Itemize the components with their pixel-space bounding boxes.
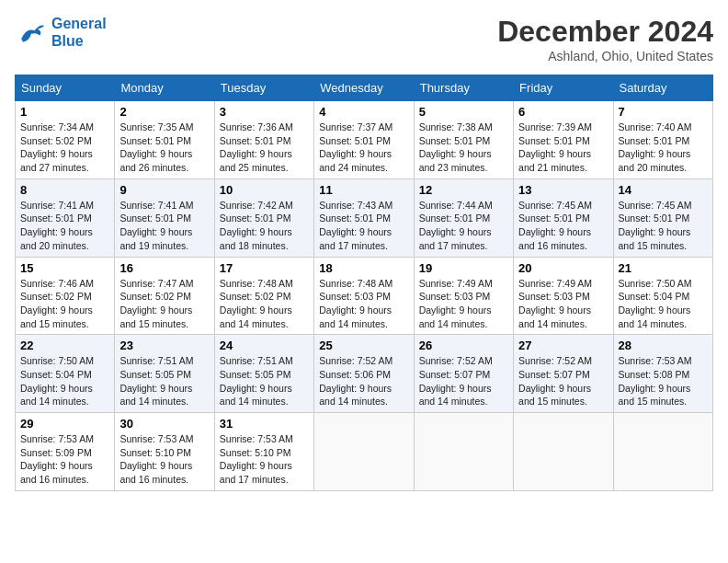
calendar-body: 1Sunrise: 7:34 AMSunset: 5:02 PMDaylight…	[16, 101, 713, 491]
day-number: 8	[20, 183, 109, 197]
day-info: Sunrise: 7:48 AMSunset: 5:03 PMDaylight:…	[319, 277, 408, 331]
day-info: Sunrise: 7:35 AMSunset: 5:01 PMDaylight:…	[119, 121, 209, 175]
calendar-cell: 12Sunrise: 7:44 AMSunset: 5:01 PMDayligh…	[414, 178, 513, 257]
calendar-cell: 22Sunrise: 7:50 AMSunset: 5:04 PMDayligh…	[16, 335, 115, 413]
day-info: Sunrise: 7:50 AMSunset: 5:04 PMDaylight:…	[20, 354, 109, 408]
day-info: Sunrise: 7:45 AMSunset: 5:01 PMDaylight:…	[619, 199, 708, 253]
day-number: 28	[619, 339, 708, 352]
logo-icon	[15, 16, 48, 49]
day-info: Sunrise: 7:41 AMSunset: 5:01 PMDaylight:…	[20, 199, 109, 253]
day-info: Sunrise: 7:52 AMSunset: 5:07 PMDaylight:…	[518, 354, 608, 408]
day-number: 6	[518, 105, 608, 119]
calendar-cell: 23Sunrise: 7:51 AMSunset: 5:05 PMDayligh…	[115, 335, 214, 413]
calendar-week-row: 1Sunrise: 7:34 AMSunset: 5:02 PMDaylight…	[16, 101, 713, 179]
calendar-cell: 25Sunrise: 7:52 AMSunset: 5:06 PMDayligh…	[314, 335, 414, 413]
day-number: 15	[20, 261, 109, 275]
day-number: 3	[220, 105, 309, 119]
day-number: 30	[119, 417, 209, 431]
calendar-cell: 10Sunrise: 7:42 AMSunset: 5:01 PMDayligh…	[214, 178, 313, 257]
calendar-cell: 30Sunrise: 7:53 AMSunset: 5:10 PMDayligh…	[115, 413, 214, 491]
calendar-week-row: 8Sunrise: 7:41 AMSunset: 5:01 PMDaylight…	[16, 178, 713, 257]
day-number: 13	[518, 183, 608, 197]
day-info: Sunrise: 7:37 AMSunset: 5:01 PMDaylight:…	[319, 121, 408, 175]
calendar-cell: 18Sunrise: 7:48 AMSunset: 5:03 PMDayligh…	[314, 257, 414, 335]
calendar-cell: 15Sunrise: 7:46 AMSunset: 5:02 PMDayligh…	[16, 257, 115, 335]
day-number: 10	[220, 183, 309, 197]
day-info: Sunrise: 7:44 AMSunset: 5:01 PMDaylight:…	[419, 199, 508, 253]
day-info: Sunrise: 7:43 AMSunset: 5:01 PMDaylight:…	[319, 199, 408, 253]
day-info: Sunrise: 7:53 AMSunset: 5:10 PMDaylight:…	[220, 432, 309, 487]
day-info: Sunrise: 7:52 AMSunset: 5:07 PMDaylight:…	[419, 354, 508, 408]
location-title: Ashland, Ohio, United States	[497, 49, 713, 63]
calendar-cell: 14Sunrise: 7:45 AMSunset: 5:01 PMDayligh…	[613, 178, 712, 257]
calendar-table: SundayMondayTuesdayWednesdayThursdayFrid…	[15, 75, 713, 491]
title-block: December 2024 Ashland, Ohio, United Stat…	[497, 15, 713, 63]
calendar-cell	[613, 413, 712, 491]
calendar-cell: 27Sunrise: 7:52 AMSunset: 5:07 PMDayligh…	[514, 335, 613, 413]
day-info: Sunrise: 7:46 AMSunset: 5:02 PMDaylight:…	[20, 277, 109, 331]
day-info: Sunrise: 7:42 AMSunset: 5:01 PMDaylight:…	[220, 199, 309, 253]
calendar-cell: 1Sunrise: 7:34 AMSunset: 5:02 PMDaylight…	[16, 101, 115, 179]
calendar-cell: 7Sunrise: 7:40 AMSunset: 5:01 PMDaylight…	[613, 101, 712, 179]
calendar-cell: 21Sunrise: 7:50 AMSunset: 5:04 PMDayligh…	[613, 257, 712, 335]
day-info: Sunrise: 7:53 AMSunset: 5:10 PMDaylight:…	[119, 432, 209, 487]
day-info: Sunrise: 7:51 AMSunset: 5:05 PMDaylight:…	[119, 354, 209, 408]
day-info: Sunrise: 7:52 AMSunset: 5:06 PMDaylight:…	[319, 354, 408, 408]
day-info: Sunrise: 7:36 AMSunset: 5:01 PMDaylight:…	[220, 121, 309, 175]
day-info: Sunrise: 7:48 AMSunset: 5:02 PMDaylight:…	[220, 277, 309, 331]
calendar-day-header: Sunday	[16, 75, 115, 101]
calendar-cell: 5Sunrise: 7:38 AMSunset: 5:01 PMDaylight…	[414, 101, 513, 179]
day-number: 21	[619, 261, 708, 275]
page-header: General Blue December 2024 Ashland, Ohio…	[15, 15, 713, 63]
day-number: 11	[319, 183, 408, 197]
month-title: December 2024	[497, 15, 713, 49]
logo-text: General Blue	[51, 15, 107, 50]
calendar-day-header: Monday	[115, 75, 214, 101]
calendar-day-header: Saturday	[613, 75, 712, 101]
calendar-cell: 29Sunrise: 7:53 AMSunset: 5:09 PMDayligh…	[16, 413, 115, 491]
calendar-cell: 16Sunrise: 7:47 AMSunset: 5:02 PMDayligh…	[115, 257, 214, 335]
day-info: Sunrise: 7:34 AMSunset: 5:02 PMDaylight:…	[20, 121, 109, 175]
calendar-cell: 28Sunrise: 7:53 AMSunset: 5:08 PMDayligh…	[613, 335, 712, 413]
calendar-cell: 19Sunrise: 7:49 AMSunset: 5:03 PMDayligh…	[414, 257, 513, 335]
day-info: Sunrise: 7:47 AMSunset: 5:02 PMDaylight:…	[119, 277, 209, 331]
day-info: Sunrise: 7:45 AMSunset: 5:01 PMDaylight:…	[518, 199, 608, 253]
day-info: Sunrise: 7:51 AMSunset: 5:05 PMDaylight:…	[220, 354, 309, 408]
calendar-day-header: Wednesday	[314, 75, 414, 101]
day-number: 23	[119, 339, 209, 352]
calendar-week-row: 29Sunrise: 7:53 AMSunset: 5:09 PMDayligh…	[16, 413, 713, 491]
calendar-cell	[314, 413, 414, 491]
day-number: 19	[419, 261, 508, 275]
day-number: 31	[220, 417, 309, 431]
day-number: 1	[20, 105, 109, 119]
calendar-cell: 9Sunrise: 7:41 AMSunset: 5:01 PMDaylight…	[115, 178, 214, 257]
day-info: Sunrise: 7:53 AMSunset: 5:09 PMDaylight:…	[20, 432, 109, 487]
day-number: 18	[319, 261, 408, 275]
day-info: Sunrise: 7:49 AMSunset: 5:03 PMDaylight:…	[419, 277, 508, 331]
calendar-cell: 2Sunrise: 7:35 AMSunset: 5:01 PMDaylight…	[115, 101, 214, 179]
day-info: Sunrise: 7:38 AMSunset: 5:01 PMDaylight:…	[419, 121, 508, 175]
day-number: 20	[518, 261, 608, 275]
calendar-cell: 3Sunrise: 7:36 AMSunset: 5:01 PMDaylight…	[214, 101, 313, 179]
calendar-cell: 6Sunrise: 7:39 AMSunset: 5:01 PMDaylight…	[514, 101, 613, 179]
calendar-cell: 20Sunrise: 7:49 AMSunset: 5:03 PMDayligh…	[514, 257, 613, 335]
calendar-day-header: Friday	[514, 75, 613, 101]
calendar-week-row: 15Sunrise: 7:46 AMSunset: 5:02 PMDayligh…	[16, 257, 713, 335]
day-number: 7	[619, 105, 708, 119]
day-number: 12	[419, 183, 508, 197]
logo: General Blue	[15, 15, 107, 50]
day-info: Sunrise: 7:39 AMSunset: 5:01 PMDaylight:…	[518, 121, 608, 175]
calendar-cell: 8Sunrise: 7:41 AMSunset: 5:01 PMDaylight…	[16, 178, 115, 257]
calendar-cell	[514, 413, 613, 491]
calendar-week-row: 22Sunrise: 7:50 AMSunset: 5:04 PMDayligh…	[16, 335, 713, 413]
day-number: 4	[319, 105, 408, 119]
calendar-header-row: SundayMondayTuesdayWednesdayThursdayFrid…	[16, 75, 713, 101]
day-info: Sunrise: 7:40 AMSunset: 5:01 PMDaylight:…	[619, 121, 708, 175]
day-info: Sunrise: 7:49 AMSunset: 5:03 PMDaylight:…	[518, 277, 608, 331]
day-number: 29	[20, 417, 109, 431]
calendar-cell: 11Sunrise: 7:43 AMSunset: 5:01 PMDayligh…	[314, 178, 414, 257]
day-number: 26	[419, 339, 508, 352]
day-number: 17	[220, 261, 309, 275]
calendar-cell: 26Sunrise: 7:52 AMSunset: 5:07 PMDayligh…	[414, 335, 513, 413]
calendar-cell: 31Sunrise: 7:53 AMSunset: 5:10 PMDayligh…	[214, 413, 313, 491]
